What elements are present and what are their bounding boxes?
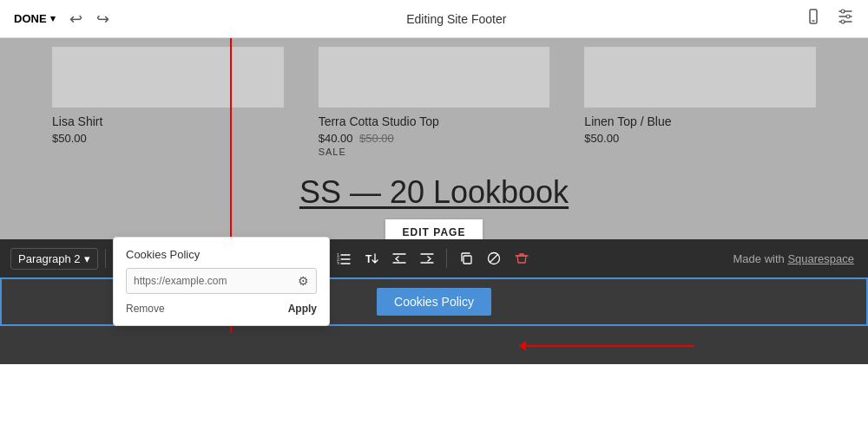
topbar: DONE ▾ ↩ ↪ Editing Site Footer: [0, 0, 868, 38]
products-row: Lisa Shirt $50.00 Terra Cotta Studio Top…: [0, 47, 868, 166]
chevron-down-icon: ▾: [84, 252, 90, 265]
product-image: [319, 47, 550, 108]
squarespace-link[interactable]: Squarespace: [787, 252, 854, 265]
product-name: Terra Cotta Studio Top: [319, 114, 550, 128]
delete-button[interactable]: [510, 248, 534, 269]
product-image: [584, 47, 816, 108]
lookbook-area: SS — 20 Lookbook EDIT PAGE: [0, 174, 868, 245]
link-popup-remove[interactable]: Remove: [126, 303, 165, 315]
footer-area: Cookies Policy https://example.com ⚙ Rem…: [0, 277, 868, 364]
indent-decrease-button[interactable]: [387, 249, 411, 268]
svg-point-3: [846, 15, 850, 18]
link-popup: Cookies Policy https://example.com ⚙ Rem…: [113, 237, 330, 326]
svg-point-4: [841, 20, 845, 23]
redo-icon[interactable]: ↪: [96, 10, 109, 29]
svg-rect-26: [464, 256, 471, 264]
style-select[interactable]: Paragraph 2 ▾: [10, 248, 98, 270]
made-with-text: Made with Squarespace: [733, 252, 855, 265]
product-name: Linen Top / Blue: [584, 114, 816, 128]
toolbar-separator: [105, 249, 106, 268]
product-card: Lisa Shirt $50.00: [35, 47, 301, 166]
copy-button[interactable]: [454, 248, 478, 269]
chevron-down-icon: ▾: [50, 13, 56, 24]
product-card: Terra Cotta Studio Top $40.00 $50.00 SAL…: [301, 47, 568, 166]
sale-badge: SALE: [319, 147, 550, 157]
product-card: Linen Top / Blue $50.00: [567, 47, 833, 166]
gear-icon[interactable]: ⚙: [298, 274, 309, 288]
style-select-label: Paragraph 2: [18, 252, 81, 265]
lookbook-title: SS — 20 Lookbook: [299, 174, 569, 211]
topbar-left: DONE ▾ ↩ ↪: [14, 10, 109, 29]
undo-icon[interactable]: ↩: [69, 10, 82, 29]
product-name: Lisa Shirt: [52, 114, 284, 128]
product-price: $50.00: [52, 132, 284, 145]
indent-increase-button[interactable]: [415, 249, 439, 268]
product-price: $50.00: [584, 132, 816, 145]
cookies-policy-button[interactable]: Cookies Policy: [377, 288, 491, 316]
text-direction-button[interactable]: T: [359, 249, 384, 268]
svg-text:T: T: [365, 253, 372, 264]
svg-text:3.: 3.: [337, 261, 340, 264]
done-button[interactable]: DONE ▾: [14, 12, 56, 25]
page-title: Editing Site Footer: [406, 12, 506, 26]
clear-format-button[interactable]: [482, 248, 506, 269]
canvas: Lisa Shirt $50.00 Terra Cotta Studio Top…: [0, 38, 868, 239]
ordered-list-button[interactable]: 1.2.3.: [332, 249, 356, 268]
link-popup-url-row: https://example.com ⚙: [126, 268, 317, 294]
mobile-preview-icon[interactable]: [804, 9, 823, 29]
link-popup-apply[interactable]: Apply: [288, 303, 317, 315]
svg-point-2: [841, 10, 845, 13]
tools-icon[interactable]: [837, 8, 854, 29]
toolbar-separator: [446, 249, 447, 268]
topbar-right: [804, 8, 854, 29]
done-label: DONE: [14, 12, 47, 25]
link-popup-url: https://example.com: [134, 275, 293, 287]
red-arrow-indicator: [521, 345, 694, 347]
product-price: $40.00 $50.00: [319, 132, 550, 145]
original-price: $50.00: [359, 132, 394, 145]
link-popup-label: Cookies Policy: [126, 248, 317, 261]
svg-line-28: [490, 254, 498, 263]
product-image: [52, 47, 284, 108]
link-popup-footer: Remove Apply: [126, 303, 317, 315]
